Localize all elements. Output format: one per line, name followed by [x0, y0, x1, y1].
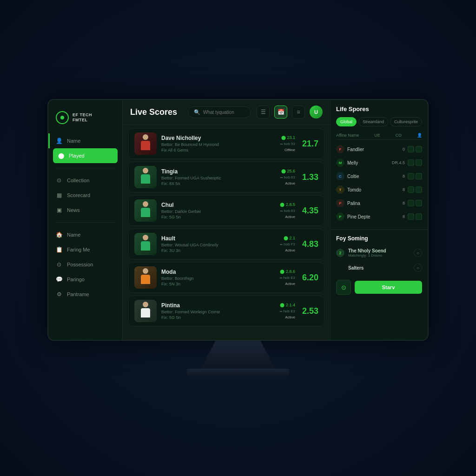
dot-1[interactable] — [408, 146, 414, 152]
sidebar-item-home[interactable]: 🏠 Name — [48, 227, 122, 242]
sidebar-icon-possession: ⊙ — [56, 261, 62, 268]
dot-2[interactable] — [416, 159, 422, 166]
dot-2[interactable] — [416, 200, 422, 206]
dot-1[interactable] — [408, 213, 414, 220]
dot-1[interactable] — [408, 186, 414, 193]
sidebar-item-news[interactable]: ▣ News — [48, 203, 122, 218]
panel-row-score: 0 — [403, 147, 405, 152]
player-head — [143, 235, 148, 240]
player-image — [134, 132, 157, 155]
user-avatar[interactable]: U — [310, 106, 323, 119]
score-sub: Bettor: Wousal UGA Comlinoly — [161, 243, 275, 247]
score-meta: ⬤ 2.1 •• hob F3 Active — [280, 236, 295, 252]
player-image — [134, 233, 157, 255]
sidebar-label-pantrame: Pantrame — [67, 291, 89, 297]
player-image — [134, 166, 157, 188]
dot-2[interactable] — [416, 146, 422, 152]
sidebar-label-name: Name — [67, 138, 80, 144]
sidebar-items: 👤 Name ⬤ Played ⊙ Collection ▦ Scorecard… — [48, 133, 122, 302]
panel-row: M Melly DR.4.5 — [336, 156, 422, 170]
score-sub: Bettor: Boonthign — [161, 276, 275, 281]
score-sub2: Fix: 8X 5n — [161, 181, 276, 186]
panel-row: P Palina 8 — [336, 197, 422, 210]
player-head — [143, 268, 148, 274]
score-rating: ⬤ 2.8.5 — [280, 202, 295, 207]
panel-row-dots — [408, 186, 422, 193]
search-icon: 🔍 — [194, 109, 200, 115]
dot-1[interactable] — [408, 173, 414, 179]
sidebar-item-collection[interactable]: ⊙ Collection — [48, 173, 122, 188]
sidebar-item-scorecard[interactable]: ▦ Scorecard — [48, 188, 122, 203]
score-status: Active — [285, 248, 295, 252]
score-status: Active — [285, 215, 295, 219]
dot-2[interactable] — [416, 173, 422, 179]
sidebar-icon-news: ▣ — [56, 207, 62, 213]
score-card[interactable]: Hault Bettor: Wousal UGA Comlinoly Fix: … — [128, 229, 324, 259]
menu-icon-button[interactable]: ☰ — [257, 106, 270, 119]
sidebar-icon-played: ⬤ — [58, 152, 64, 159]
tab-btn-1[interactable]: Streamland — [358, 117, 388, 126]
list-icon-button[interactable]: ≡ — [292, 106, 305, 119]
dot-1[interactable] — [408, 200, 414, 206]
panel-row-icon: M — [336, 159, 344, 167]
score-value: 2.53 — [300, 306, 318, 316]
panel-row: C Coltie 8 — [336, 170, 422, 183]
score-sub: Bettor: Darkle Gerber — [161, 209, 275, 214]
dot-1[interactable] — [408, 159, 414, 166]
scoring-icon-button[interactable]: ⊙ — [336, 280, 351, 295]
score-sub: Bettor: Formed Worleign Coime — [161, 310, 275, 314]
scoring-action-btn[interactable]: ○ — [414, 264, 422, 272]
score-rating: ⬤ 2.1.4 — [280, 303, 295, 307]
score-status: Active — [285, 282, 295, 286]
scoring-num: 2 — [336, 249, 344, 257]
score-sub2: Fix: 3U 3n — [161, 248, 275, 253]
sidebar-item-paringo[interactable]: 💬 Paringo — [48, 272, 122, 287]
dot-2[interactable] — [416, 186, 422, 193]
live-spores-section: Life Spores GlobalStreamlandCulturesprit… — [331, 100, 428, 230]
sidebar-item-played[interactable]: ⬤ Played — [53, 148, 118, 163]
panel-row-dots — [408, 173, 422, 179]
search-input[interactable] — [203, 110, 245, 115]
score-card[interactable]: Tingia Bettor: Formed UGA Susheoptic Fix… — [128, 162, 324, 192]
search-bar[interactable]: 🔍 — [188, 106, 251, 118]
panel-row-dots — [408, 146, 422, 152]
logo-text: EF TECH FMTEL — [73, 112, 92, 123]
tab-btn-0[interactable]: Global — [336, 117, 357, 126]
sidebar-icon-home: 🏠 — [56, 231, 62, 238]
sidebar-item-name[interactable]: 👤 Name — [48, 133, 122, 148]
score-info: Hault Bettor: Wousal UGA Comlinoly Fix: … — [161, 235, 275, 253]
player-figure — [137, 268, 154, 289]
right-panel-title: Life Spores — [336, 106, 422, 112]
start-button[interactable]: Starv — [355, 281, 422, 294]
sidebar-item-faring[interactable]: 📋 Faring Me — [48, 242, 122, 257]
sidebar-label-home: Name — [67, 232, 80, 238]
score-meta: ⬤ 25.6 •• hob 63 Active — [280, 169, 295, 185]
player-head — [143, 302, 148, 307]
monitor-screen: EF TECH FMTEL 👤 Name ⬤ Played ⊙ Collecti… — [47, 99, 429, 341]
right-panel: Life Spores GlobalStreamlandCulturesprit… — [330, 100, 428, 340]
calendar-icon-button[interactable]: 📅 — [274, 106, 287, 119]
tab-btn-2[interactable]: Culturesprite — [390, 117, 422, 126]
panel-row-name: Coltie — [347, 174, 400, 179]
sidebar-item-pantrame[interactable]: ⚙ Pantrame — [48, 287, 122, 302]
sidebar-item-possession[interactable]: ⊙ Possession — [48, 257, 122, 272]
for-scoring-title: Foy Soming — [336, 235, 422, 242]
panel-row-name: Tomdo — [347, 187, 400, 192]
score-card[interactable]: Moda Bettor: Boonthign Fix: 5N 3n ⬤ 2.8.… — [128, 262, 324, 293]
score-card[interactable]: Chul Bettor: Darkle Gerber Fix: 5G 5n ⬤ … — [128, 195, 324, 226]
score-sub: Bettor: Formed UGA Susheoptic — [161, 176, 276, 180]
score-info: Dave Nicholley Bettor: Be Bounced M Hymo… — [161, 135, 276, 152]
sidebar-icon-name: 👤 — [56, 138, 62, 144]
scoring-action-btn[interactable]: ○ — [414, 249, 422, 257]
player-body — [141, 241, 150, 251]
score-value: 6.20 — [300, 273, 318, 283]
score-card[interactable]: Dave Nicholley Bettor: Be Bounced M Hymo… — [128, 128, 324, 159]
dot-2[interactable] — [416, 213, 422, 220]
score-badge: •• hob F3 — [280, 242, 295, 246]
score-name: Pintina — [161, 302, 275, 309]
score-card[interactable]: Pintina Bettor: Formed Worleign Coime Fi… — [128, 296, 324, 326]
panel-row: F Fandlier 0 — [336, 143, 422, 156]
scoring-info: The Nholy Soend Matchingly: 1 Douno — [348, 248, 410, 258]
panel-header-row: Affine Name UE CO 👤 — [336, 131, 422, 140]
sidebar-label-possession: Possession — [67, 262, 93, 267]
